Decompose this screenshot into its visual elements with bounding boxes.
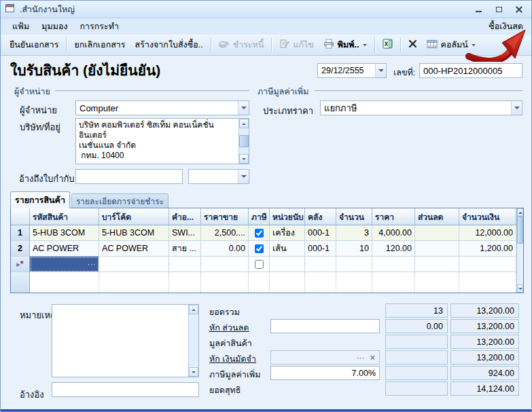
toolbar-separator bbox=[400, 38, 401, 52]
minimize-button[interactable] bbox=[469, 3, 488, 16]
print-button[interactable]: พิมพ์.. bbox=[319, 36, 372, 54]
cell-warehouse[interactable]: 000-1 bbox=[305, 241, 336, 257]
create-from-po-button[interactable]: สร้างจากใบสั่งซื้อ.. bbox=[130, 36, 208, 54]
vat-checkbox[interactable] bbox=[255, 244, 264, 253]
ref-invoice-input[interactable] bbox=[75, 169, 183, 184]
cell-barcode[interactable]: AC POWER bbox=[99, 241, 169, 257]
cell-sale-price[interactable]: 0.00 bbox=[201, 241, 249, 257]
confirm-document-label: ยืนยันเอกสาร bbox=[10, 38, 58, 52]
col-header-quantity[interactable]: จำนวน bbox=[336, 208, 372, 225]
document-date-combo[interactable]: 29/12/2555 bbox=[317, 63, 387, 78]
new-row-code-cell[interactable]: ··· bbox=[30, 257, 99, 272]
cell-product-code[interactable]: AC POWER bbox=[30, 241, 99, 257]
new-row-cell[interactable] bbox=[336, 257, 372, 272]
col-header-price[interactable]: ราคา bbox=[372, 208, 415, 225]
col-header-discount[interactable]: ส่วนลด bbox=[415, 208, 459, 225]
col-header-warehouse[interactable]: คลัง bbox=[305, 208, 336, 225]
new-row-cell[interactable] bbox=[415, 257, 459, 272]
cell-price[interactable]: 120.00 bbox=[372, 241, 415, 257]
scroll-up-button[interactable] bbox=[517, 208, 523, 217]
scroll-down-button[interactable] bbox=[189, 367, 198, 377]
cancel-document-button[interactable]: ยกเลิกเอกสาร bbox=[69, 36, 130, 54]
row-header[interactable]: 2 bbox=[11, 241, 30, 257]
vendor-combo[interactable]: Computer bbox=[75, 100, 249, 115]
new-row-cell[interactable] bbox=[201, 257, 249, 272]
vat-amount: 924.00 bbox=[450, 366, 519, 380]
maximize-button[interactable] bbox=[489, 3, 508, 16]
date-dropdown-button[interactable] bbox=[375, 64, 386, 77]
deposit-browse-button[interactable]: ··· bbox=[356, 353, 365, 362]
cell-barcode[interactable]: 5-HUB 3COM bbox=[99, 225, 169, 241]
col-header-vat[interactable]: ภาษี bbox=[249, 208, 270, 225]
scroll-down-button[interactable] bbox=[517, 284, 523, 293]
ref-invoice-dropdown-button[interactable] bbox=[238, 170, 249, 183]
cell-amount[interactable]: 1,200.00 bbox=[459, 241, 516, 257]
price-type-dropdown-button[interactable] bbox=[511, 101, 522, 115]
delete-button[interactable] bbox=[404, 37, 422, 52]
col-header-sale-price[interactable]: ราคาขาย bbox=[201, 208, 249, 225]
cell-sale-price[interactable]: 2,500.... bbox=[201, 225, 249, 241]
col-header-unit[interactable]: หน่วยนับ bbox=[270, 208, 305, 225]
cell-discount[interactable] bbox=[415, 241, 459, 257]
new-row-cell[interactable] bbox=[169, 257, 201, 272]
reference-input[interactable] bbox=[52, 382, 199, 397]
row-header[interactable]: 1 bbox=[11, 225, 30, 241]
col-header-barcode[interactable]: บาร์โค้ด bbox=[99, 208, 169, 225]
cell-unit[interactable]: เส้น bbox=[270, 241, 305, 257]
address-scrollbar[interactable] bbox=[238, 119, 249, 164]
price-type-combo[interactable]: แยกภาษี bbox=[320, 100, 522, 115]
ref-invoice-combo[interactable] bbox=[188, 169, 249, 184]
col-header-product-code[interactable]: รหัสสินค้า bbox=[30, 208, 99, 225]
new-row-cell[interactable] bbox=[270, 257, 305, 272]
cell-warehouse[interactable]: 000-1 bbox=[305, 225, 336, 241]
delete-x-icon bbox=[408, 39, 417, 50]
columns-label: คอลัมน์ bbox=[441, 38, 468, 52]
notes-label: หมายเหตุ bbox=[20, 308, 56, 322]
confirm-document-button[interactable]: ยืนยันเอกสาร bbox=[5, 36, 63, 54]
new-row-cell[interactable] bbox=[99, 257, 169, 272]
new-row-cell[interactable] bbox=[372, 257, 415, 272]
cell-unit[interactable]: เครื่อง bbox=[270, 225, 305, 241]
vendor-dropdown-button[interactable] bbox=[238, 101, 249, 115]
cell-quantity[interactable]: 3 bbox=[336, 225, 372, 241]
cell-product-code[interactable]: 5-HUB 3COM bbox=[30, 225, 99, 241]
scroll-down-button[interactable] bbox=[239, 154, 249, 164]
cell-description[interactable]: สาย ... bbox=[169, 241, 201, 257]
deposit-picker[interactable]: ··· × bbox=[270, 350, 380, 364]
new-row-header[interactable]: ▸ * bbox=[11, 257, 30, 272]
notes-input[interactable] bbox=[52, 305, 188, 377]
close-button[interactable] bbox=[510, 3, 529, 16]
new-row-cell[interactable] bbox=[459, 257, 516, 272]
tab-item-list[interactable]: รายการสินค้า bbox=[10, 191, 70, 208]
menu-file[interactable]: แฟ้ม bbox=[6, 18, 35, 35]
doc-no-field[interactable]: 000-HP2012000005 bbox=[419, 63, 522, 78]
company-address-input[interactable]: บริษัท คอมพิวเตอร์ ซิสเท็ม คอนเน็คชั่น อ… bbox=[76, 119, 238, 164]
col-header-amount[interactable]: จำนวนเงิน bbox=[459, 208, 516, 225]
vat-checkbox[interactable] bbox=[255, 260, 264, 269]
cell-discount[interactable] bbox=[415, 225, 459, 241]
new-row-cell[interactable] bbox=[305, 257, 336, 272]
menu-action[interactable]: การกระทำ bbox=[74, 18, 126, 35]
vat-checkbox[interactable] bbox=[255, 229, 264, 238]
vat-rate-input[interactable] bbox=[270, 366, 380, 380]
discount-input[interactable] bbox=[270, 319, 380, 333]
grid-vertical-scrollbar[interactable] bbox=[516, 208, 523, 293]
deposit-deduct-link[interactable]: หัก เงินมัดจำ bbox=[209, 352, 256, 366]
export-excel-button[interactable] bbox=[378, 37, 397, 53]
deposit-clear-button[interactable]: × bbox=[370, 353, 375, 362]
cell-price[interactable]: 4,000.00 bbox=[372, 225, 415, 241]
tab-payment-detail[interactable]: รายละเอียดการจ่ายชำระ bbox=[71, 193, 169, 208]
scroll-up-button[interactable] bbox=[239, 119, 249, 128]
cell-description[interactable]: SWI... bbox=[169, 225, 201, 241]
arrow-down-icon bbox=[518, 288, 522, 292]
notes-scrollbar[interactable] bbox=[188, 305, 198, 377]
cell-amount[interactable]: 12,000.00 bbox=[459, 225, 516, 241]
scrollbar-thumb[interactable] bbox=[239, 135, 249, 147]
discount-deduct-link[interactable]: หัก ส่วนลด bbox=[209, 321, 249, 335]
cell-ellipsis-button[interactable]: ··· bbox=[88, 259, 96, 269]
menu-view[interactable]: มุมมอง bbox=[35, 18, 73, 35]
col-header-description[interactable]: คำอ... bbox=[169, 208, 201, 225]
scroll-up-button[interactable] bbox=[189, 305, 198, 314]
scrollbar-thumb[interactable] bbox=[517, 217, 523, 244]
cell-quantity[interactable]: 10 bbox=[336, 241, 372, 257]
